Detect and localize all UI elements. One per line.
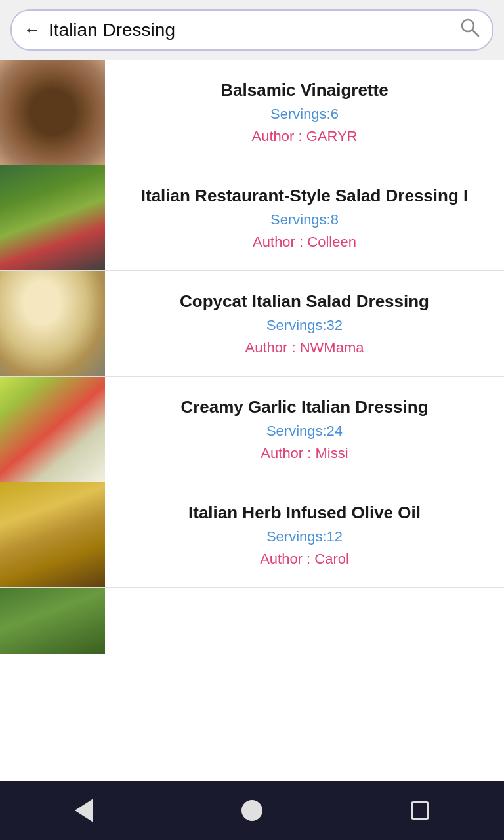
list-item[interactable]: Italian Herb Infused Olive Oil Servings:… (0, 482, 504, 588)
recents-nav-button[interactable] (404, 794, 436, 827)
back-nav-button[interactable] (68, 794, 100, 827)
list-item[interactable]: Balsamic Vinaigrette Servings:6 Author :… (0, 60, 504, 165)
recipe-title: Copycat Italian Salad Dressing (180, 291, 429, 312)
list-item[interactable]: Copycat Italian Salad Dressing Servings:… (0, 271, 504, 377)
search-bar: ← Italian Dressing (10, 9, 494, 51)
recipe-info: Italian Restaurant-Style Salad Dressing … (105, 165, 504, 270)
search-icon[interactable] (459, 17, 480, 43)
recipe-image (0, 482, 105, 587)
recipe-image (0, 271, 105, 376)
svg-line-1 (472, 30, 478, 36)
list-item[interactable]: Italian Restaurant-Style Salad Dressing … (0, 165, 504, 271)
recipe-author: Author : Missi (261, 445, 348, 462)
recipe-title: Italian Restaurant-Style Salad Dressing … (141, 185, 469, 207)
list-item[interactable] (0, 588, 504, 654)
recipe-image (0, 60, 105, 165)
recipe-title: Balsamic Vinaigrette (220, 79, 388, 101)
recipe-info: Balsamic Vinaigrette Servings:6 Author :… (105, 60, 504, 165)
recipe-info: Italian Herb Infused Olive Oil Servings:… (105, 482, 504, 587)
recipe-author: Author : Colleen (253, 234, 356, 251)
recipe-author: Author : NWMama (245, 339, 364, 356)
recipe-image (0, 165, 105, 270)
recipe-servings: Servings:6 (270, 106, 339, 123)
recipe-servings: Servings:24 (266, 423, 343, 440)
recipe-info (105, 588, 504, 654)
recipe-info: Copycat Italian Salad Dressing Servings:… (105, 271, 504, 376)
recipe-info: Creamy Garlic Italian Dressing Servings:… (105, 377, 504, 482)
recipe-servings: Servings:8 (270, 211, 339, 228)
search-input[interactable]: Italian Dressing (49, 20, 452, 41)
home-nav-button[interactable] (236, 794, 268, 827)
recipe-title: Creamy Garlic Italian Dressing (180, 396, 428, 418)
recipe-list: Balsamic Vinaigrette Servings:6 Author :… (0, 60, 504, 781)
list-item[interactable]: Creamy Garlic Italian Dressing Servings:… (0, 377, 504, 482)
recipe-servings: Servings:32 (266, 317, 343, 334)
recents-nav-icon (411, 801, 429, 820)
recipe-image (0, 377, 105, 482)
back-button[interactable]: ← (24, 20, 41, 40)
nav-bar (0, 781, 504, 840)
recipe-title: Italian Herb Infused Olive Oil (188, 502, 421, 524)
home-nav-icon (242, 800, 262, 821)
recipe-author: Author : Carol (260, 551, 349, 568)
recipe-image (0, 588, 105, 654)
recipe-servings: Servings:12 (266, 528, 343, 545)
back-nav-icon (75, 799, 93, 822)
recipe-author: Author : GARYR (252, 128, 358, 145)
